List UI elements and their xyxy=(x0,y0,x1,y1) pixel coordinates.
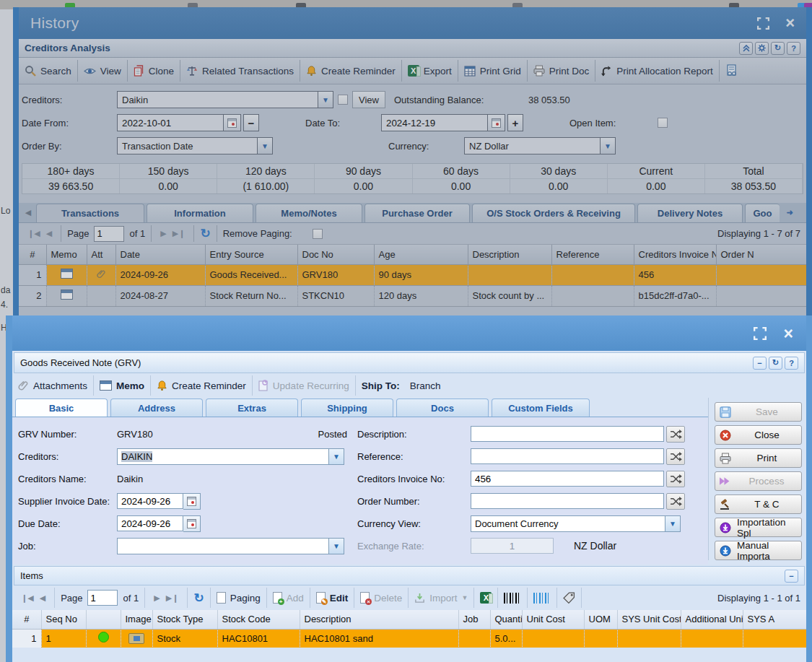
last-page-icon[interactable]: ▶❙ xyxy=(173,229,185,238)
print-button[interactable]: Print xyxy=(715,448,802,468)
terms-conditions-button[interactable]: T & C xyxy=(715,495,802,514)
collapse-panel-button[interactable] xyxy=(739,42,753,55)
tab-scroll-right-icon[interactable]: ➜ xyxy=(782,208,798,217)
create-reminder-button[interactable]: Create Reminder xyxy=(306,65,396,77)
tab-transactions[interactable]: Transactions xyxy=(36,204,144,222)
currency-view-select[interactable]: Document Currency ▼ xyxy=(471,515,681,532)
column-header[interactable]: Stock Code xyxy=(217,610,300,629)
order-number-input[interactable] xyxy=(471,493,664,509)
report-preview-icon[interactable] xyxy=(725,64,738,77)
currency-select[interactable]: NZ Dollar ▼ xyxy=(464,137,616,154)
column-header[interactable]: Unit Cost xyxy=(522,610,584,629)
column-header[interactable]: UOM xyxy=(584,610,617,629)
excel-icon[interactable]: X xyxy=(480,592,492,604)
date-to-calendar-button[interactable] xyxy=(488,114,505,131)
tab-scroll-left-icon[interactable]: ◀ xyxy=(20,208,36,217)
creditors-select[interactable]: DAIKIN ▼ xyxy=(117,448,344,465)
clone-button[interactable]: Clone xyxy=(134,65,174,77)
tab-basic[interactable]: Basic xyxy=(15,398,108,417)
column-header[interactable]: # xyxy=(12,610,41,629)
attachment-icon[interactable] xyxy=(97,289,106,300)
importation-split-button[interactable]: Importation Spl xyxy=(715,518,802,537)
order-number-shuffle-button[interactable] xyxy=(666,493,685,510)
refresh-grid-icon[interactable]: ↻ xyxy=(200,226,210,241)
next-page-icon[interactable]: ▶ xyxy=(154,593,160,603)
due-date-input[interactable] xyxy=(117,515,183,531)
maximize-icon[interactable] xyxy=(757,17,769,30)
page-number-input[interactable] xyxy=(94,226,124,242)
items-page-input[interactable] xyxy=(87,590,118,606)
tab-address[interactable]: Address xyxy=(110,398,203,417)
order-by-select[interactable]: Transaction Date ▼ xyxy=(117,137,273,154)
column-header[interactable]: Seq No xyxy=(41,610,86,629)
supplier-invoice-date-calendar-button[interactable] xyxy=(183,493,201,510)
column-header[interactable]: Age xyxy=(374,245,468,264)
delete-button[interactable]: × Delete xyxy=(360,592,402,604)
open-item-checkbox[interactable] xyxy=(658,118,668,128)
create-reminder-button[interactable]: Create Reminder xyxy=(157,380,246,391)
refresh-panel-button[interactable]: ↻ xyxy=(771,42,785,55)
add-button[interactable]: + Add xyxy=(273,592,304,604)
edit-button[interactable]: ✎ Edit xyxy=(316,592,349,604)
date-from-minus-button[interactable]: − xyxy=(243,114,259,131)
memo-icon[interactable] xyxy=(61,289,73,300)
description-shuffle-button[interactable] xyxy=(666,426,685,443)
tag-icon[interactable] xyxy=(563,592,575,604)
prev-page-icon[interactable]: ◀ xyxy=(46,229,52,238)
date-to-input[interactable] xyxy=(381,114,488,131)
column-header[interactable]: Reference xyxy=(551,245,634,264)
update-recurring-button[interactable]: Update Recurring xyxy=(258,380,349,391)
date-to-plus-button[interactable]: + xyxy=(507,114,523,131)
tab-memo-notes[interactable]: Memo/Notes xyxy=(256,204,362,222)
table-row[interactable]: 1 2024-09-26 Goods Received... GRV180 90… xyxy=(19,264,806,285)
process-button[interactable]: Process xyxy=(715,471,802,491)
memo-button[interactable]: Memo xyxy=(100,380,144,391)
job-select[interactable]: ▼ xyxy=(117,538,344,554)
column-header[interactable]: Memo xyxy=(46,245,87,264)
column-header[interactable]: Att xyxy=(87,245,115,264)
tab-docs[interactable]: Docs xyxy=(396,398,489,417)
column-header[interactable]: SYS A xyxy=(743,610,806,629)
item-row[interactable]: 1 1 Stock HAC10801 HAC10801 sand 5.0... xyxy=(12,629,806,648)
close-icon[interactable]: × xyxy=(785,17,795,29)
view-button[interactable]: View xyxy=(84,66,121,77)
first-page-icon[interactable]: ❙◀ xyxy=(27,229,40,238)
tab-custom-fields[interactable]: Custom Fields xyxy=(492,398,590,417)
image-thumbnail-icon[interactable] xyxy=(128,633,144,644)
attachments-button[interactable]: Attachments xyxy=(18,380,87,391)
refresh-items-icon[interactable]: ↻ xyxy=(193,591,204,606)
manual-importation-button[interactable]: Manual Importa xyxy=(715,541,802,560)
column-header[interactable]: Stock Type xyxy=(152,610,217,629)
memo-icon[interactable] xyxy=(61,269,73,279)
last-page-icon[interactable]: ▶❙ xyxy=(166,593,179,603)
reference-input[interactable] xyxy=(471,448,664,464)
close-icon[interactable]: × xyxy=(784,328,793,339)
tab-extras[interactable]: Extras xyxy=(206,398,298,417)
print-grid-button[interactable]: Print Grid xyxy=(464,66,521,77)
view-creditor-button[interactable]: View xyxy=(352,91,385,108)
creditors-invoice-no-input[interactable] xyxy=(471,471,664,487)
date-from-calendar-button[interactable] xyxy=(224,114,241,131)
print-doc-button[interactable]: Print Doc xyxy=(533,65,590,77)
save-button[interactable]: Save xyxy=(715,402,802,422)
creditors-select[interactable]: Daikin ▼ xyxy=(117,91,333,108)
first-page-icon[interactable]: ❙◀ xyxy=(21,593,34,603)
column-header[interactable]: Date xyxy=(115,245,205,264)
refresh-panel-button[interactable]: ↻ xyxy=(769,357,782,370)
supplier-invoice-date-input[interactable] xyxy=(117,493,183,509)
import-button[interactable]: Import ▼ xyxy=(414,593,468,604)
tab-delivery-notes[interactable]: Delivery Notes xyxy=(637,204,743,222)
table-row[interactable]: 2 2024-08-27 Stock Return No... STKCN10 … xyxy=(19,285,806,306)
minimize-panel-button[interactable]: − xyxy=(753,357,767,370)
prev-page-icon[interactable]: ◀ xyxy=(40,593,45,603)
maximize-icon[interactable] xyxy=(754,327,767,340)
close-button[interactable]: Close xyxy=(715,425,802,445)
help-button[interactable]: ? xyxy=(785,357,798,370)
column-header[interactable]: Image xyxy=(121,610,152,629)
settings-gear-button[interactable] xyxy=(755,42,769,55)
tab-shipping[interactable]: Shipping xyxy=(301,398,393,417)
column-header[interactable]: Creditors Invoice N xyxy=(634,245,716,264)
creditors-invoice-shuffle-button[interactable] xyxy=(666,471,685,487)
due-date-calendar-button[interactable] xyxy=(183,515,201,532)
search-button[interactable]: Search xyxy=(25,65,71,77)
